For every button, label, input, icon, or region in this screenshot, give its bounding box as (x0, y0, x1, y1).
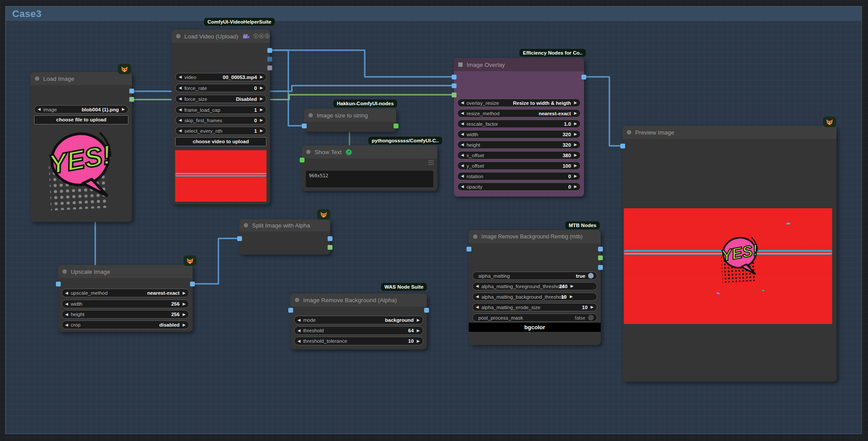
bgcolor-button[interactable]: bgcolor (469, 323, 601, 332)
increment-arrow-icon[interactable] (574, 99, 577, 107)
port-mask-output[interactable] (328, 245, 332, 250)
node-load-video-header[interactable]: Load Video (Upload) ⓋⒽⓈ (172, 30, 270, 43)
show-text-value[interactable]: 960x512 (306, 171, 433, 187)
node-preview-header[interactable]: Preview Image (622, 126, 837, 139)
node-load-video[interactable]: Load Video (Upload) ⓋⒽⓈ video 00_00053.m… (172, 30, 270, 204)
collapse-dot-icon[interactable] (244, 223, 248, 227)
port-optional-mask-input[interactable] (452, 93, 456, 97)
widget-overlay-resize[interactable]: overlay_resize Resize to width & heigth (457, 99, 581, 107)
increment-arrow-icon[interactable] (260, 106, 263, 114)
decrement-arrow-icon[interactable] (476, 283, 479, 290)
decrement-arrow-icon[interactable] (461, 162, 464, 169)
increment-arrow-icon[interactable] (574, 141, 577, 148)
node-show-text-header[interactable]: Show Text (302, 145, 437, 158)
node-preview-image[interactable]: Preview Image (622, 126, 837, 382)
widget-alpha-matting[interactable]: alpha_matting true (472, 272, 597, 280)
widget-threshold-tolerance[interactable]: threshold_tolerance 10 (294, 337, 423, 345)
port-image-output[interactable] (267, 48, 272, 53)
widget-post-process-mask[interactable]: post_process_mask false (472, 314, 597, 322)
increment-arrow-icon[interactable] (183, 289, 186, 297)
port-image2-output[interactable] (598, 265, 603, 270)
widget-height[interactable]: height 320 (457, 141, 581, 149)
widget-select-every-nth[interactable]: select_every_nth 1 (175, 127, 266, 135)
port-audio-output[interactable] (267, 65, 272, 70)
increment-arrow-icon[interactable] (571, 283, 574, 290)
increment-arrow-icon[interactable] (417, 327, 420, 334)
widget-rescale-factor[interactable]: rescale_factor 1.0 (457, 120, 581, 128)
widget-skip-first-frames[interactable]: skip_first_frames 0 (175, 116, 266, 124)
choose-file-button[interactable]: choose file to upload (34, 115, 128, 124)
widget-y-offset[interactable]: y_offset 100 (457, 162, 581, 170)
collapse-dot-icon[interactable] (473, 234, 477, 239)
comfyui-canvas[interactable]: { "group": { "title": "Case3" }, "sticke… (0, 0, 868, 441)
node-mtb-header[interactable]: Image Remove Background Rembg (mtb) (469, 230, 601, 243)
collapse-dot-icon[interactable] (295, 298, 299, 302)
decrement-arrow-icon[interactable] (65, 321, 68, 329)
widget-force-size[interactable]: force_size Disabled (175, 95, 266, 103)
node-split-header[interactable]: Split Image with Alpha (239, 219, 330, 231)
decrement-arrow-icon[interactable] (461, 120, 464, 127)
collapse-dot-icon[interactable] (176, 34, 180, 38)
collapse-dot-icon[interactable] (35, 76, 39, 81)
node-show-text[interactable]: Show Text 960x512 (302, 145, 437, 191)
increment-arrow-icon[interactable] (591, 303, 594, 311)
increment-arrow-icon[interactable] (574, 120, 577, 127)
decrement-arrow-icon[interactable] (461, 152, 464, 159)
grid-handle-icon[interactable] (428, 159, 433, 165)
increment-arrow-icon[interactable] (574, 152, 577, 159)
port-overlay-image-input[interactable] (452, 83, 456, 88)
decrement-arrow-icon[interactable] (461, 183, 464, 190)
collapse-box-icon[interactable] (458, 62, 463, 67)
decrement-arrow-icon[interactable] (65, 311, 68, 318)
widget-crop[interactable]: crop disabled (62, 320, 189, 329)
decrement-arrow-icon[interactable] (461, 99, 464, 107)
port-mask-output[interactable] (598, 255, 603, 260)
increment-arrow-icon[interactable] (574, 172, 577, 180)
increment-arrow-icon[interactable] (260, 127, 263, 134)
port-base-image-input[interactable] (452, 75, 456, 79)
widget-mode[interactable]: mode background (294, 316, 423, 324)
decrement-arrow-icon[interactable] (38, 106, 41, 113)
node-upscale-image[interactable]: Upscale Image upscale_method nearest-exa… (58, 265, 193, 332)
widget-upscale-method[interactable]: upscale_method nearest-exact (62, 289, 189, 297)
port-image-input[interactable] (302, 124, 307, 128)
port-frame-count-output[interactable] (267, 57, 272, 62)
port-image-output[interactable] (129, 89, 134, 93)
increment-arrow-icon[interactable] (260, 84, 263, 92)
decrement-arrow-icon[interactable] (461, 110, 464, 117)
node-image-remove-background-alpha[interactable]: Image Remove Background (Alpha) mode bac… (290, 293, 427, 349)
increment-arrow-icon[interactable] (122, 106, 125, 113)
increment-arrow-icon[interactable] (260, 73, 263, 81)
port-image-output[interactable] (598, 247, 603, 252)
node-load-image-header[interactable]: Load Image (31, 72, 132, 85)
port-mask-output[interactable] (129, 97, 134, 102)
collapse-dot-icon[interactable] (308, 113, 313, 117)
collapse-dot-icon[interactable] (627, 130, 631, 134)
widget-rotation[interactable]: rotation 0 (457, 172, 581, 180)
decrement-arrow-icon[interactable] (297, 338, 301, 345)
port-image-output[interactable] (424, 308, 429, 313)
decrement-arrow-icon[interactable] (461, 172, 464, 180)
increment-arrow-icon[interactable] (574, 162, 577, 169)
widget-alpha-matting-erode-size[interactable]: alpha_matting_erode_size 10 (472, 303, 597, 311)
decrement-arrow-icon[interactable] (179, 106, 182, 114)
port-images-input[interactable] (620, 144, 625, 148)
widget-threshold[interactable]: threshold 64 (294, 326, 423, 335)
collapse-dot-icon[interactable] (306, 150, 311, 154)
port-image-output[interactable] (581, 75, 586, 79)
widget-x-offset[interactable]: x_offset 380 (457, 151, 581, 159)
widget-alpha-matting-background-threshold[interactable]: alpha_matting_background_threshold 10 (472, 293, 597, 301)
collapse-dot-icon[interactable] (62, 269, 67, 274)
port-image-input[interactable] (288, 308, 293, 313)
node-image-size-to-string[interactable]: Image size to string (304, 109, 396, 132)
port-string-output[interactable] (394, 124, 398, 128)
increment-arrow-icon[interactable] (574, 131, 577, 138)
node-load-image[interactable]: Load Image image blob004 (1).png choose … (31, 72, 132, 222)
increment-arrow-icon[interactable] (183, 300, 186, 308)
node-image-overlay[interactable]: Image Overlay overlay_resize Resize to w… (454, 58, 584, 196)
node-was-header[interactable]: Image Remove Background (Alpha) (290, 293, 427, 307)
widget-force-rate[interactable]: force_rate 0 (175, 84, 266, 92)
increment-arrow-icon[interactable] (260, 95, 263, 103)
decrement-arrow-icon[interactable] (461, 141, 464, 148)
decrement-arrow-icon[interactable] (179, 84, 182, 92)
